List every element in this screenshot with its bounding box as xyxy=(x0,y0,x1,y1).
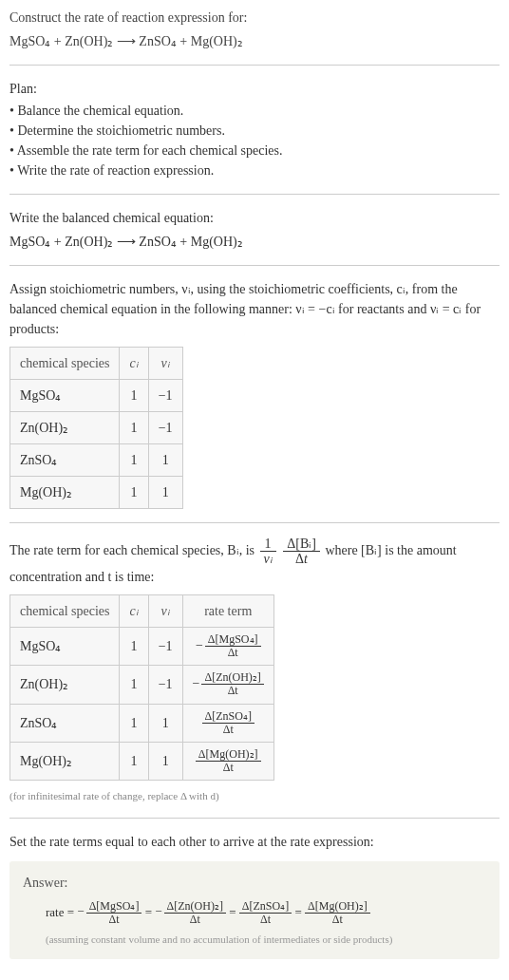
cell-ci: 1 xyxy=(120,380,148,412)
cell-vi: −1 xyxy=(148,627,182,665)
rate-prefix: rate = xyxy=(46,904,77,918)
set-equal-section: Set the rate terms equal to each other t… xyxy=(9,832,500,959)
cell-vi: −1 xyxy=(148,666,182,704)
balanced-intro: Write the balanced chemical equation: xyxy=(9,208,500,228)
rate-table-note: (for infinitesimal rate of change, repla… xyxy=(9,788,500,804)
plan-item: • Determine the stoichiometric numbers. xyxy=(9,121,500,141)
col-vi: νᵢ xyxy=(148,348,182,380)
col-ci: cᵢ xyxy=(120,348,148,380)
answer-rate-expression: rate = −Δ[MgSO₄]Δt = −Δ[Zn(OH)₂]Δt = Δ[Z… xyxy=(46,900,486,926)
balanced-section: Write the balanced chemical equation: Mg… xyxy=(9,208,500,252)
cell-ci: 1 xyxy=(120,666,148,704)
table-row: Zn(OH)₂ 1 −1 −Δ[Zn(OH)₂]Δt xyxy=(10,666,274,704)
plan-item: • Balance the chemical equation. xyxy=(9,101,500,121)
cell-species: Mg(OH)₂ xyxy=(10,477,120,509)
cell-vi: −1 xyxy=(148,412,182,444)
table-row: Mg(OH)₂ 1 1 Δ[Mg(OH)₂]Δt xyxy=(10,742,274,780)
cell-species: MgSO₄ xyxy=(10,380,120,412)
divider xyxy=(9,194,500,195)
table-row: ZnSO₄ 1 1 Δ[ZnSO₄]Δt xyxy=(10,704,274,742)
table-row: MgSO₄ 1 −1 xyxy=(10,380,183,412)
frac-den: νᵢ xyxy=(260,552,276,566)
cell-species: Zn(OH)₂ xyxy=(10,412,120,444)
cell-ci: 1 xyxy=(120,704,148,742)
cell-species: ZnSO₄ xyxy=(10,444,120,477)
prompt-line1: Construct the rate of reaction expressio… xyxy=(9,8,500,28)
divider xyxy=(9,522,500,523)
cell-rate: −Δ[MgSO₄]Δt xyxy=(182,627,273,665)
cell-species: MgSO₄ xyxy=(10,627,120,665)
cell-rate: Δ[Mg(OH)₂]Δt xyxy=(182,742,273,780)
answer-note: (assuming constant volume and no accumul… xyxy=(46,932,486,948)
prompt-section: Construct the rate of reaction expressio… xyxy=(9,8,500,51)
rate-term-text: The rate term for each chemical species,… xyxy=(9,537,500,587)
page-container: Construct the rate of reaction expressio… xyxy=(0,0,509,978)
plan-item: • Write the rate of reaction expression. xyxy=(9,160,500,180)
cell-species: ZnSO₄ xyxy=(10,704,120,742)
cell-ci: 1 xyxy=(120,477,148,509)
cell-ci: 1 xyxy=(120,627,148,665)
cell-species: Zn(OH)₂ xyxy=(10,666,120,704)
cell-ci: 1 xyxy=(120,444,148,477)
cell-species: Mg(OH)₂ xyxy=(10,742,120,780)
divider xyxy=(9,265,500,266)
cell-vi: 1 xyxy=(148,704,182,742)
prompt-equation: MgSO₄ + Zn(OH)₂ ⟶ ZnSO₄ + Mg(OH)₂ xyxy=(9,31,500,51)
table-header-row: chemical species cᵢ νᵢ rate term xyxy=(10,594,274,627)
plan-header: Plan: xyxy=(9,79,500,99)
rate-term-section: The rate term for each chemical species,… xyxy=(9,537,500,804)
col-vi: νᵢ xyxy=(148,594,182,627)
col-ci: cᵢ xyxy=(120,594,148,627)
stoich-text: Assign stoichiometric numbers, νᵢ, using… xyxy=(9,279,500,339)
cell-vi: 1 xyxy=(148,444,182,477)
stoich-section: Assign stoichiometric numbers, νᵢ, using… xyxy=(9,279,500,509)
cell-ci: 1 xyxy=(120,742,148,780)
table-row: Mg(OH)₂ 1 1 xyxy=(10,477,183,509)
cell-rate: −Δ[Zn(OH)₂]Δt xyxy=(182,666,273,704)
cell-rate: Δ[ZnSO₄]Δt xyxy=(182,704,273,742)
frac-den: Δt xyxy=(283,552,320,566)
table-row: Zn(OH)₂ 1 −1 xyxy=(10,412,183,444)
col-species: chemical species xyxy=(10,348,120,380)
balanced-equation: MgSO₄ + Zn(OH)₂ ⟶ ZnSO₄ + Mg(OH)₂ xyxy=(9,232,500,252)
col-species: chemical species xyxy=(10,594,120,627)
col-rate: rate term xyxy=(182,594,273,627)
one-over-nu: 1 νᵢ xyxy=(260,537,276,567)
table-row: MgSO₄ 1 −1 −Δ[MgSO₄]Δt xyxy=(10,627,274,665)
rate-term-pre: The rate term for each chemical species,… xyxy=(9,543,258,557)
stoich-table: chemical species cᵢ νᵢ MgSO₄ 1 −1 Zn(OH)… xyxy=(9,347,183,509)
answer-label: Answer: xyxy=(23,873,486,893)
frac-num: Δ[Bᵢ] xyxy=(283,537,320,552)
answer-box: Answer: rate = −Δ[MgSO₄]Δt = −Δ[Zn(OH)₂]… xyxy=(9,861,500,959)
cell-vi: −1 xyxy=(148,380,182,412)
cell-vi: 1 xyxy=(148,477,182,509)
delta-b-over-dt: Δ[Bᵢ] Δt xyxy=(283,537,320,567)
cell-vi: 1 xyxy=(148,742,182,780)
table-row: ZnSO₄ 1 1 xyxy=(10,444,183,477)
divider xyxy=(9,65,500,66)
divider xyxy=(9,818,500,819)
frac-num: 1 xyxy=(260,537,276,552)
plan-item: • Assemble the rate term for each chemic… xyxy=(9,141,500,160)
plan-section: Plan: • Balance the chemical equation. •… xyxy=(9,79,500,180)
cell-ci: 1 xyxy=(120,412,148,444)
set-equal-text: Set the rate terms equal to each other t… xyxy=(9,832,500,852)
table-header-row: chemical species cᵢ νᵢ xyxy=(10,348,183,380)
rate-term-table: chemical species cᵢ νᵢ rate term MgSO₄ 1… xyxy=(9,594,274,782)
